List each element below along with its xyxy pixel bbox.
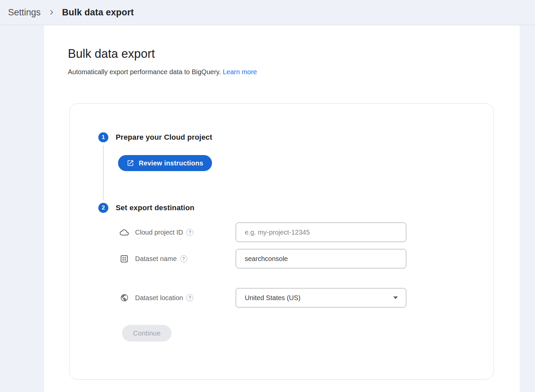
cloud-project-id-input[interactable] (236, 223, 406, 242)
page-subtitle-text: Automatically export performance data to… (68, 68, 221, 76)
cloud-icon (120, 228, 129, 237)
continue-button[interactable]: Continue (122, 325, 172, 342)
review-instructions-button[interactable]: Review instructions (118, 155, 212, 171)
step-2-title: Set export destination (116, 203, 494, 213)
dataset-location-select[interactable]: United States (US) (236, 288, 406, 307)
cloud-project-id-meta: Cloud project ID ? (120, 228, 236, 237)
open-in-new-icon (127, 159, 134, 167)
step-1-title: Prepare your Cloud project (116, 132, 494, 142)
step-2: 2 Set export destination Cloud project I… (98, 203, 494, 342)
step-2-rail: 2 (98, 203, 108, 342)
dataset-name-help-icon[interactable]: ? (180, 255, 187, 262)
dataset-name-row: Dataset name ? (120, 249, 494, 268)
cloud-project-id-help-icon[interactable]: ? (186, 229, 193, 236)
breadcrumb-current-page: Bulk data export (62, 7, 134, 18)
cloud-project-id-label: Cloud project ID (135, 229, 183, 236)
main-content-panel: Bulk data export Automatically export pe… (44, 25, 520, 392)
dataset-name-meta: Dataset name ? (120, 254, 236, 263)
dataset-location-row: Dataset location ? United States (US) (120, 288, 494, 307)
export-destination-form: Cloud project ID ? Dataset name ? (120, 223, 494, 342)
dataset-location-value: United States (US) (245, 294, 301, 302)
dataset-location-help-icon[interactable]: ? (186, 294, 193, 301)
export-setup-card: 1 Prepare your Cloud project Review inst… (69, 103, 494, 380)
breadcrumb: Settings Bulk data export (0, 0, 535, 25)
dataset-icon (120, 254, 129, 263)
dataset-name-label: Dataset name (135, 255, 177, 263)
step-connector-line (103, 145, 104, 200)
cloud-project-id-row: Cloud project ID ? (120, 223, 494, 242)
step-1-body: Prepare your Cloud project Review instru… (116, 132, 494, 203)
page-title: Bulk data export (68, 47, 520, 61)
step-2-body: Set export destination Cloud project ID … (116, 203, 494, 342)
review-instructions-label: Review instructions (139, 159, 203, 167)
page-subtitle: Automatically export performance data to… (68, 68, 520, 76)
learn-more-link[interactable]: Learn more (223, 68, 257, 76)
dataset-location-meta: Dataset location ? (120, 293, 236, 302)
step-1-rail: 1 (98, 132, 108, 203)
dataset-name-input[interactable] (236, 249, 406, 268)
step-1-number-badge: 1 (98, 132, 108, 142)
dropdown-caret-icon (393, 296, 398, 299)
step-1: 1 Prepare your Cloud project Review inst… (98, 132, 494, 203)
globe-icon (120, 293, 129, 302)
dataset-location-label: Dataset location (135, 294, 183, 302)
chevron-right-icon (48, 9, 55, 16)
step-2-number-badge: 2 (98, 203, 108, 213)
breadcrumb-settings-link[interactable]: Settings (8, 7, 41, 18)
